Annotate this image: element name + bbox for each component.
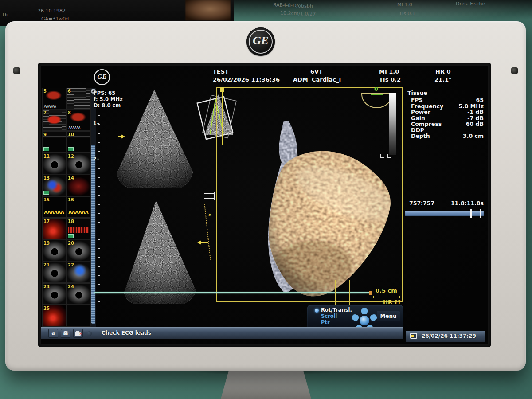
thumbnail-number: 14 — [68, 176, 74, 180]
ruler-label-1: 1 — [93, 121, 99, 126]
param-label: Frequency — [411, 103, 443, 110]
thumbnail-number: 15 — [43, 197, 50, 202]
volume-render-3d[interactable] — [259, 119, 406, 303]
reference-plane-line[interactable] — [94, 292, 370, 293]
thumbnail-7[interactable]: 7 — [42, 110, 66, 131]
ge-logo-monogram: GE — [246, 34, 275, 47]
ecg-tag-icon — [43, 147, 49, 151]
print-params: 10.2cm/1.0/27 — [280, 10, 316, 17]
thumbnail-number: 7 — [43, 110, 47, 115]
thumbnail-number: 18 — [68, 219, 74, 224]
thumbnail-number: 5 — [43, 89, 47, 94]
roi-vertical-line — [335, 280, 336, 308]
thumbnail-number: 20 — [68, 241, 74, 246]
printer-offline-icon[interactable]: ✕ — [73, 329, 83, 338]
thumbnail-9[interactable]: 9 — [42, 131, 66, 153]
param-label: FPS — [411, 97, 423, 103]
roi-corner-handle[interactable] — [220, 87, 224, 91]
exam-datetime: 26/02/2026 11:36:36 — [213, 76, 280, 83]
trackball-mode-ptr[interactable]: Ptr — [321, 319, 330, 325]
thumbnail-6[interactable]: 6 — [66, 88, 90, 109]
param-value: 5.0 MHz — [458, 103, 484, 110]
probe-name[interactable]: 6VT — [310, 68, 323, 75]
clipboard-thumbnail-strip: 5678910111213141516171819202122232425 — [42, 88, 91, 327]
tissue-row-frequency: Frequency5.0 MHz — [407, 103, 484, 110]
cine-position-tick[interactable] — [480, 209, 481, 218]
thumbnail-20[interactable]: 20 — [66, 240, 90, 261]
depth-ruler — [98, 115, 100, 306]
thumbnail-5[interactable]: 5 — [42, 88, 66, 109]
print-date: 26.10.1982 — [38, 8, 66, 14]
thumbnail-24[interactable]: 24 — [66, 283, 90, 305]
tissue-row-gain: Gain-7 dB — [407, 115, 484, 121]
pointer-arrow-left-icon — [197, 240, 201, 245]
tissue-row-ddp: DDP — [407, 127, 484, 133]
caps-indicator: a — [48, 329, 58, 338]
thumbnail-18[interactable]: 18 — [66, 218, 90, 239]
thumbnail-21[interactable]: 21 — [42, 262, 66, 283]
thumbnail-number: 13 — [43, 176, 50, 180]
system-clock: 26/02/26 11:37:29 — [422, 333, 476, 339]
roi-vertical-line — [349, 280, 350, 308]
thumbnail-number: 11 — [43, 154, 50, 159]
thumbnail-8[interactable]: 8 — [66, 110, 90, 131]
print-probe: RAB4-8-D/obsbh — [273, 2, 313, 9]
ecg-tag-icon — [68, 234, 74, 238]
trackball-mode-scroll[interactable]: Scroll — [321, 313, 337, 319]
thumbnail-number: 16 — [68, 197, 74, 202]
thumbnail-23[interactable]: 23 — [42, 283, 66, 305]
roi-top-tick — [204, 86, 214, 86]
status-led-icon — [87, 331, 92, 336]
thumbnail-number: 22 — [68, 262, 74, 267]
monitor-stand — [221, 370, 311, 399]
thumbnail-22[interactable]: 22 — [66, 262, 90, 283]
thumbnail-16[interactable]: 16 — [66, 196, 90, 218]
reference-line-handle[interactable] — [369, 291, 372, 295]
param-label: Compress — [411, 121, 442, 127]
thumbnail-number: 6 — [68, 89, 71, 94]
cine-progress-bar[interactable] — [405, 211, 484, 216]
thumbnail-number: 24 — [68, 284, 74, 289]
thumbnail-14[interactable]: 14 — [66, 175, 90, 196]
cine-duration: 11.8:11.8s — [405, 200, 484, 207]
menu-button[interactable]: Menu — [377, 311, 400, 321]
thumbnail-empty — [66, 305, 90, 326]
thumbnail-number: 8 — [68, 110, 71, 115]
thumbnail-12[interactable]: 12 — [66, 153, 90, 174]
thumbnail-number: 23 — [43, 284, 50, 289]
tissue-parameter-panel: Tissue FPS65Frequency5.0 MHzPower-1 dBGa… — [407, 90, 484, 139]
thumbnail-25[interactable]: 25 — [42, 305, 66, 326]
header-bar: GE TEST 26/02/2026 11:36:36 6VT ADM Card… — [41, 66, 488, 87]
wall-print-right: RAB4-8-D/obsbh 10.2cm/1.0/27 MI 1.0 TIs … — [234, 0, 532, 20]
application-preset[interactable]: Cardiac_I — [312, 76, 341, 83]
hr-value: HR 0 — [435, 68, 450, 75]
thumbnail-10[interactable]: 10 — [66, 131, 90, 153]
tissue-panel-title: Tissue — [407, 90, 484, 96]
thumbnail-19[interactable]: 19 — [42, 240, 66, 261]
phone-icon[interactable]: ☎ — [61, 329, 70, 338]
scrollbar-thumb[interactable] — [91, 145, 95, 324]
measurement-x-marker: × — [208, 212, 212, 218]
param-value: 3.0 cm — [463, 133, 484, 139]
probe-temp: 21.1° — [434, 76, 452, 83]
active-mode-dot-icon — [315, 309, 319, 313]
thumbnail-13[interactable]: 13 — [42, 175, 66, 196]
tis-value: TIs 0.2 — [379, 76, 401, 83]
operator-id: ADM — [293, 76, 308, 83]
thumbnail-number: 21 — [43, 262, 50, 267]
param-label: Depth — [411, 133, 430, 139]
tissue-row-compress: Compress60 dB — [407, 121, 484, 127]
print-clinic: Dres. Fische — [456, 1, 485, 7]
thumbnail-17[interactable]: 17 — [42, 218, 66, 239]
thumbnail-number: 12 — [68, 154, 74, 159]
patient-name[interactable]: TEST — [213, 68, 229, 75]
thumbnail-15[interactable]: 15 — [42, 196, 66, 218]
trackball-mode-active[interactable]: Rot/Transl. — [321, 307, 352, 313]
scale-label: 0.5 cm — [376, 287, 397, 294]
scale-bar-icon — [373, 296, 400, 298]
thumbnail-number: 10 — [68, 132, 74, 137]
axis-marker — [204, 193, 214, 199]
cine-position-tick[interactable] — [470, 209, 472, 218]
ecg-tag-icon — [68, 147, 74, 151]
thumbnail-11[interactable]: 11 — [42, 153, 66, 174]
